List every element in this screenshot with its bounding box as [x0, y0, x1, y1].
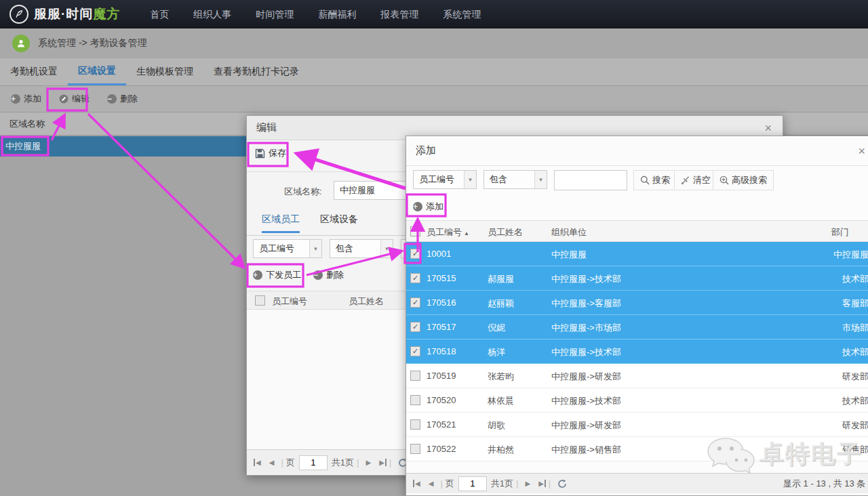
department-cell: 市场部	[812, 322, 868, 334]
feather-logo-icon	[9, 5, 28, 24]
column-org-unit[interactable]: 组织单位	[551, 226, 587, 239]
row-checkbox[interactable]	[410, 322, 420, 332]
employee-name-cell: 郝服服	[488, 273, 514, 285]
column-employee-name[interactable]: 员工姓名	[488, 226, 523, 239]
nav-item-org[interactable]: 组织人事	[181, 0, 243, 28]
row-checkbox[interactable]	[410, 444, 420, 454]
tab-area-devices[interactable]: 区域设备	[320, 213, 358, 231]
employee-row[interactable]: 170517 倪妮 中控服服->市场部 市场部	[406, 315, 868, 339]
employee-id-cell: 10001	[427, 249, 451, 259]
employee-row[interactable]: 170521 胡歌 中控服服->研发部 研发部	[406, 413, 868, 437]
next-page-icon[interactable]: ▶	[361, 459, 375, 466]
employee-row[interactable]: 170520 林依晨 中控服服->技术部 技术部	[406, 388, 868, 413]
employee-row[interactable]: 170519 张若昀 中控服服->研发部 研发部	[406, 364, 868, 388]
brush-clear-icon	[681, 175, 690, 185]
add-dialog-titlebar: 添加 ×	[406, 136, 868, 166]
select-all-checkbox[interactable]	[410, 226, 420, 236]
tab-area-settings[interactable]: 区域设置	[68, 58, 126, 85]
chevron-down-icon: ▼	[309, 240, 321, 257]
employee-row[interactable]: 170515 郝服服 中控服服->技术部 技术部	[406, 266, 868, 291]
last-page-icon[interactable]: ▶	[375, 459, 387, 466]
employee-row[interactable]: 170522 井柏然 中控服服->销售部 销售部	[406, 437, 868, 461]
sort-asc-icon: ▲	[464, 230, 469, 236]
row-checkbox[interactable]	[410, 346, 420, 356]
tab-device-settings[interactable]: 考勤机设置	[0, 58, 68, 85]
area-row-selected[interactable]: 中控服服	[0, 136, 246, 157]
add-dialog-close-icon[interactable]: ×	[858, 145, 865, 157]
employee-name-cell: 倪妮	[488, 322, 505, 334]
page-number-input[interactable]	[458, 476, 487, 491]
employee-field-select[interactable]: 员工编号▼	[413, 170, 477, 189]
plus-circle-icon: +	[413, 202, 422, 211]
row-checkbox[interactable]	[410, 395, 420, 405]
tab-bio-template[interactable]: 生物模板管理	[126, 58, 203, 85]
employee-id-cell: 170518	[427, 346, 456, 356]
employee-row[interactable]: 170516 赵丽颖 中控服服->客服部 客服部	[406, 291, 868, 315]
next-page-icon[interactable]: ▶	[521, 480, 534, 487]
logo-text: 服服·时间魔方	[34, 5, 120, 23]
record-count-summary: 显示 1 - 13 , 共 13 条	[783, 478, 865, 490]
org-unit-cell: 中控服服->客服部	[551, 297, 621, 310]
prev-page-icon[interactable]: ◀	[425, 480, 438, 487]
row-checkbox[interactable]	[410, 419, 420, 430]
row-checkbox[interactable]	[410, 273, 420, 283]
delete-area-button[interactable]: − 删除	[107, 93, 138, 105]
employee-field-select[interactable]: 员工编号▼	[253, 239, 322, 258]
operator-select[interactable]: 包含▼	[484, 170, 547, 189]
department-cell: 客服部	[812, 297, 868, 310]
first-page-icon[interactable]: ◀	[413, 480, 425, 487]
nav-item-payroll[interactable]: 薪酬福利	[306, 0, 368, 28]
employee-row[interactable]: 10001 中控服服 中控服服	[406, 242, 868, 266]
tab-punch-records[interactable]: 查看考勤机打卡记录	[203, 58, 309, 85]
row-checkbox[interactable]	[410, 297, 420, 308]
column-employee-id[interactable]: 员工编号▲	[427, 226, 469, 239]
org-unit-cell: 中控服服->销售部	[551, 444, 621, 456]
push-employees-button[interactable]: + 下发员工	[253, 269, 301, 281]
nav-item-report[interactable]: 报表管理	[368, 0, 431, 28]
edit-area-button[interactable]: 编辑	[59, 93, 90, 105]
employee-name-cell: 张若昀	[488, 371, 514, 383]
clear-button[interactable]: 清空	[674, 170, 717, 190]
area-name-column-header: 区域名称	[9, 118, 45, 130]
department-cell: 销售部	[812, 444, 868, 456]
nav-item-home[interactable]: 首页	[138, 0, 181, 28]
last-page-icon[interactable]: ▶	[534, 480, 546, 487]
column-employee-name[interactable]: 员工姓名	[349, 295, 384, 308]
tab-area-employees[interactable]: 区域员工	[262, 213, 300, 233]
row-checkbox[interactable]	[410, 371, 420, 381]
org-unit-cell: 中控服服->技术部	[551, 346, 621, 358]
select-all-checkbox[interactable]	[255, 295, 265, 306]
nav-menu: 首页 组织人事 时间管理 薪酬福利 报表管理 系统管理	[138, 0, 493, 28]
remove-employees-button[interactable]: − 删除	[313, 269, 344, 281]
operator-select[interactable]: 包含▼	[330, 239, 393, 258]
chevron-down-icon: ▼	[380, 240, 393, 257]
column-department[interactable]: 部门	[831, 226, 849, 239]
add-selected-employees-button[interactable]: + 添加	[413, 201, 443, 213]
page-number-input[interactable]	[299, 455, 328, 470]
row-checkbox[interactable]	[410, 249, 420, 259]
chevron-down-icon: ▼	[534, 171, 547, 188]
prev-page-icon[interactable]: ◀	[265, 459, 279, 466]
save-button[interactable]: 保存	[255, 147, 286, 159]
department-cell: 研发部	[812, 371, 868, 383]
column-employee-id[interactable]: 员工编号	[272, 295, 307, 308]
employee-row[interactable]: 170518 杨洋 中控服服->技术部 技术部	[406, 339, 868, 364]
first-page-icon[interactable]: ◀	[254, 459, 265, 466]
add-area-button[interactable]: + 添加	[11, 93, 41, 105]
employee-name-cell: 赵丽颖	[488, 297, 514, 310]
advanced-search-button[interactable]: 高级搜索	[713, 170, 774, 190]
employee-name-cell: 林依晨	[488, 395, 514, 407]
plus-circle-icon: +	[253, 270, 262, 280]
chevron-down-icon: ▼	[464, 171, 476, 188]
refresh-icon[interactable]	[557, 479, 567, 489]
nav-item-system[interactable]: 系统管理	[431, 0, 493, 28]
area-name-label: 区域名称:	[284, 186, 322, 198]
department-cell: 研发部	[812, 419, 868, 432]
app-logo[interactable]: 服服·时间魔方	[9, 5, 120, 24]
department-cell: 技术部	[812, 346, 868, 358]
nav-item-time[interactable]: 时间管理	[243, 0, 306, 28]
edit-dialog-close-icon[interactable]: ×	[764, 122, 772, 134]
employee-id-cell: 170515	[427, 273, 456, 283]
search-input[interactable]	[554, 170, 627, 190]
search-button[interactable]: 搜索	[633, 170, 677, 190]
